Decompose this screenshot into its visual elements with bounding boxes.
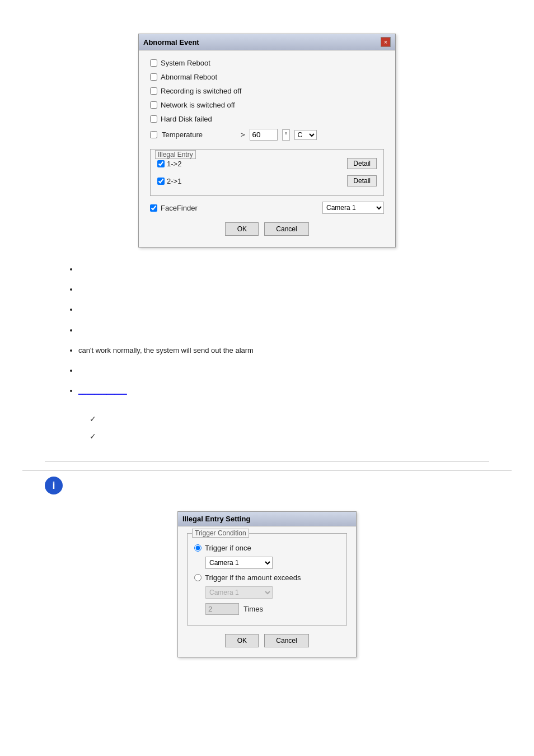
trigger-once-label: Trigger if once: [205, 544, 251, 552]
abnormal-reboot-label: Abnormal Reboot: [161, 73, 217, 81]
trigger-amount-camera-select[interactable]: Camera 1 Camera 2: [205, 586, 273, 599]
illegal-entry-cancel-button[interactable]: Cancel: [264, 634, 308, 647]
radio-trigger-amount-row: Trigger if the amount exceeds: [194, 573, 340, 582]
illegal-entry-ok-button[interactable]: OK: [225, 634, 259, 647]
bullet-item-4: [78, 325, 478, 335]
illegal-entry-group-label: Illegal Entry: [155, 150, 196, 159]
times-row: Times: [205, 603, 340, 615]
times-input[interactable]: [205, 603, 239, 615]
abnormal-event-dialog: Abnormal Event × System Reboot Abnormal …: [138, 34, 396, 248]
facefinder-row: FaceFinder Camera 1 Camera 2 Camera 3: [150, 202, 384, 214]
recording-off-label: Recording is switched off: [161, 87, 241, 95]
illegal-entry-dialog-body: Trigger Condition Trigger if once Camera…: [178, 526, 356, 657]
times-label: Times: [243, 605, 263, 613]
illegal-entry-group: Illegal Entry 1->2 Detail 2->1 Detail: [150, 149, 384, 196]
trigger-amount-radio[interactable]: [194, 574, 202, 581]
dialog-titlebar: Abnormal Event ×: [139, 34, 395, 50]
abnormal-reboot-checkbox[interactable]: [150, 73, 157, 81]
bullet-item-5: can't work normally, the system will sen…: [78, 346, 478, 356]
trigger-condition-label: Trigger Condition: [192, 529, 249, 538]
network-off-row: Network is switched off: [150, 101, 384, 109]
temp-operator: >: [241, 130, 245, 139]
recording-off-row: Recording is switched off: [150, 87, 384, 95]
bullet-item-6: [78, 366, 478, 376]
check-item-1: ✓: [90, 414, 467, 423]
illegal-entry-dialog-title: Illegal Entry Setting: [182, 515, 250, 523]
facefinder-label: FaceFinder: [161, 204, 198, 212]
illegal-entry-dialog-footer: OK Cancel: [187, 634, 347, 650]
separator-line: [45, 461, 489, 462]
hard-disk-label: Hard Disk failed: [161, 115, 212, 123]
system-reboot-label: System Reboot: [161, 59, 210, 67]
system-reboot-checkbox[interactable]: [150, 59, 157, 67]
temperature-row: Temperature > ° C F: [150, 129, 384, 141]
dialog-title: Abnormal Event: [143, 38, 199, 46]
hard-disk-row: Hard Disk failed: [150, 115, 384, 123]
bullet-item-3: [78, 305, 478, 315]
system-reboot-row: System Reboot: [150, 59, 384, 67]
network-off-checkbox[interactable]: [150, 101, 157, 109]
bullet-item-2: [78, 284, 478, 295]
facefinder-camera-select[interactable]: Camera 1 Camera 2 Camera 3: [322, 202, 384, 214]
ok-button[interactable]: OK: [225, 222, 259, 236]
check-sub-section: ✓ ✓: [22, 412, 512, 455]
trigger-condition-group: Trigger Condition Trigger if once Camera…: [187, 533, 347, 626]
check-item-2: ✓: [90, 432, 467, 441]
trigger-once-radio[interactable]: [194, 544, 202, 552]
illegal-entry-2-label: 2->1: [167, 177, 181, 185]
check-item-1-text: [101, 414, 103, 423]
radio-trigger-once-row: Trigger if once: [194, 544, 340, 552]
facefinder-left: FaceFinder: [150, 204, 198, 212]
bullet-item-7: ____________: [78, 386, 478, 396]
info-divider: i: [22, 470, 512, 500]
illegal-entry-2-checkbox[interactable]: [157, 178, 165, 185]
illegal-entry-1-left: 1->2: [157, 160, 181, 168]
check-item-2-text: [101, 432, 103, 440]
hard-disk-checkbox[interactable]: [150, 115, 157, 123]
dialog-close-button[interactable]: ×: [381, 37, 391, 47]
checkmark-icon-1: ✓: [90, 414, 96, 423]
trigger-amount-label: Trigger if the amount exceeds: [205, 573, 301, 582]
bullet-section: can't work normally, the system will sen…: [22, 259, 512, 412]
temperature-label: Temperature: [162, 130, 203, 139]
illegal-entry-1-checkbox[interactable]: [157, 160, 165, 167]
dialog-footer: OK Cancel: [150, 222, 384, 239]
bullet-link[interactable]: ____________: [78, 386, 127, 395]
abnormal-reboot-row: Abnormal Reboot: [150, 73, 384, 81]
illegal-entry-2-left: 2->1: [157, 177, 181, 185]
cancel-button[interactable]: Cancel: [264, 222, 308, 236]
bullet-list: can't work normally, the system will sen…: [67, 264, 478, 396]
dialog-body: System Reboot Abnormal Reboot Recording …: [139, 50, 395, 247]
illegal-entry-2-detail-button[interactable]: Detail: [347, 175, 377, 186]
checkmark-icon-2: ✓: [90, 432, 96, 441]
bullet-item-1: [78, 264, 478, 274]
info-icon: i: [45, 477, 63, 494]
temp-degree-symbol: °: [282, 129, 291, 141]
network-off-label: Network is switched off: [161, 101, 235, 109]
trigger-once-camera-select[interactable]: Camera 1 Camera 2 Camera 3: [205, 557, 273, 569]
temperature-checkbox[interactable]: [150, 131, 157, 138]
temperature-unit-select[interactable]: C F: [294, 130, 317, 140]
illegal-entry-dialog-titlebar: Illegal Entry Setting: [178, 512, 356, 526]
illegal-entry-2-row: 2->1 Detail: [157, 172, 377, 186]
facefinder-checkbox[interactable]: [150, 204, 157, 212]
temperature-input[interactable]: [250, 129, 278, 141]
illegal-entry-1-label: 1->2: [167, 160, 181, 168]
illegal-entry-1-detail-button[interactable]: Detail: [347, 158, 377, 169]
recording-off-checkbox[interactable]: [150, 87, 157, 95]
illegal-entry-setting-dialog: Illegal Entry Setting Trigger Condition …: [177, 511, 357, 657]
